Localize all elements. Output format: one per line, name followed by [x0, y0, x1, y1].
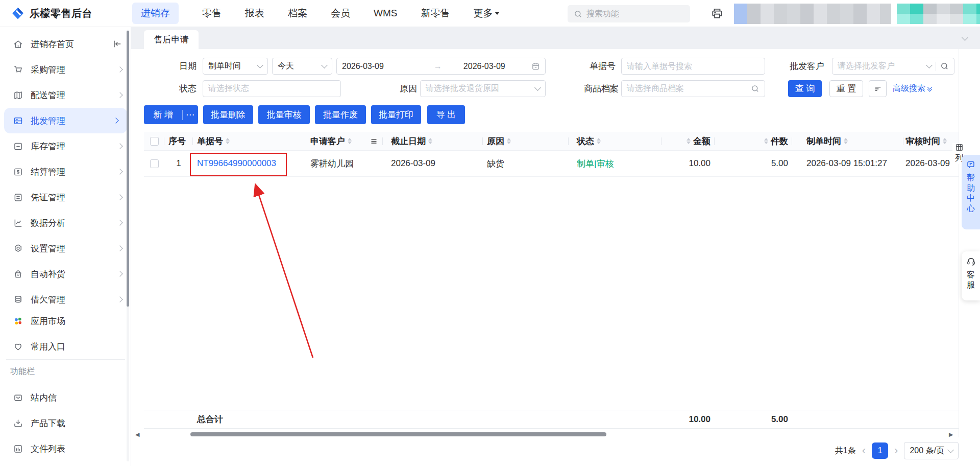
col-audit-time[interactable]: 审核时间: [903, 132, 959, 150]
select-all-checkbox[interactable]: [150, 137, 159, 146]
status-select[interactable]: 请选择状态: [203, 80, 341, 97]
sidebar-item-wholesale[interactable]: 批发管理: [4, 108, 127, 133]
wholesale-icon: [13, 115, 23, 126]
scrollbar-thumb[interactable]: [190, 432, 606, 436]
product-select[interactable]: 请选择商品档案: [621, 80, 765, 97]
sidebar-item-purchase[interactable]: 采购管理: [0, 57, 131, 82]
chevron-down-icon: [962, 34, 968, 41]
nav-item-member[interactable]: 会员: [331, 7, 350, 20]
app-logo[interactable]: 乐檬零售后台: [0, 7, 120, 20]
sort-icon: [348, 138, 352, 144]
batch-print-button[interactable]: 批量打印: [371, 105, 421, 124]
col-customer[interactable]: 申请客户: [306, 132, 383, 150]
saved-filters-button[interactable]: [869, 80, 887, 97]
scroll-left-arrow[interactable]: ◀: [135, 431, 139, 438]
sidebar-scrollbar-thumb[interactable]: [127, 31, 129, 307]
doc-no-input[interactable]: [621, 58, 765, 75]
sidebar-item-settlement[interactable]: 结算管理: [0, 159, 131, 184]
sidebar-item-settings[interactable]: 设置管理: [0, 236, 131, 261]
function-search-input[interactable]: 搜索功能: [568, 5, 690, 22]
horizontal-scrollbar[interactable]: ◀ ▶: [131, 431, 980, 437]
next-page-button[interactable]: ›: [894, 445, 898, 456]
col-reason[interactable]: 原因: [483, 132, 569, 150]
sidebar-item-product-download[interactable]: 产品下载: [0, 410, 131, 436]
nav-item-more[interactable]: 更多: [473, 7, 500, 20]
chevron-right-icon: [117, 194, 122, 200]
page-size-select[interactable]: 200 条/页: [904, 442, 959, 459]
date-to-value[interactable]: 2026-03-09: [463, 62, 505, 71]
col-amount[interactable]: 金额: [662, 132, 715, 150]
main-content: 售后申请 日期 制单时间 今天 2026-03-09 → 2026-03-09 …: [131, 27, 980, 466]
export-button[interactable]: 导 出: [427, 105, 465, 124]
logo-icon: [11, 7, 24, 20]
doc-no-input-field[interactable]: [627, 62, 760, 71]
current-page-button[interactable]: 1: [872, 442, 888, 459]
col-doc-no[interactable]: 单据号: [193, 132, 306, 150]
sidebar-item-inventory[interactable]: 库存管理: [0, 133, 131, 159]
nav-item-report[interactable]: 报表: [245, 7, 264, 20]
search-icon[interactable]: [940, 62, 949, 71]
col-created-time[interactable]: 制单时间: [792, 132, 903, 150]
dollar-doc-icon: [13, 167, 23, 177]
tab-after-sale-request[interactable]: 售后申请: [144, 30, 199, 49]
sort-icon: [844, 138, 848, 144]
chevron-right-icon: [113, 118, 118, 123]
nav-item-archive[interactable]: 档案: [288, 7, 307, 20]
sidebar-item-delivery[interactable]: 配送管理: [0, 82, 131, 108]
sidebar-divider: [6, 359, 125, 360]
sidebar-item-messages[interactable]: 站内信: [0, 385, 131, 410]
batch-delete-button[interactable]: 批量删除: [203, 105, 253, 124]
batch-void-button[interactable]: 批量作废: [315, 105, 366, 124]
collapse-sidebar-icon[interactable]: [112, 39, 122, 49]
nav-item-purchase-sale-stock[interactable]: 进销存: [132, 3, 179, 24]
grid-icon: [955, 143, 964, 152]
add-button[interactable]: 新 增: [144, 109, 182, 121]
batch-audit-button[interactable]: 批量审核: [258, 105, 310, 124]
chart-line-icon: [13, 218, 23, 228]
row-checkbox[interactable]: [150, 159, 159, 168]
reset-button[interactable]: 重 置: [829, 80, 863, 97]
sidebar-item-home[interactable]: 进销存首页: [0, 31, 131, 57]
map-icon: [13, 90, 23, 101]
prev-page-button[interactable]: ‹: [862, 445, 866, 456]
header-checkbox-cell: [144, 132, 164, 150]
nav-item-new-retail[interactable]: 新零售: [421, 7, 450, 20]
cell-created-time: 2026-03-09 15:01:27: [792, 151, 903, 176]
download-icon: [13, 418, 23, 429]
reason-select[interactable]: 请选择批发退货原因: [420, 80, 546, 97]
date-preset-select[interactable]: 今天: [272, 58, 332, 75]
add-button-group[interactable]: 新 增 ⋯: [144, 105, 198, 124]
customer-service-widget[interactable]: 客服: [962, 251, 980, 300]
customer-select[interactable]: 请选择批发客户: [832, 58, 954, 75]
gear-icon: [13, 243, 23, 254]
collapse-panel-button[interactable]: [957, 31, 972, 45]
sidebar-item-auto-replenish[interactable]: 自动补货: [0, 261, 131, 287]
sort-icon: [428, 138, 432, 144]
nav-item-wms[interactable]: WMS: [374, 8, 397, 19]
col-status[interactable]: 状态: [569, 132, 662, 150]
advanced-search-link[interactable]: 高级搜索: [893, 80, 932, 97]
sidebar-item-voucher[interactable]: 凭证管理: [0, 184, 131, 210]
total-qty: 5.00: [715, 410, 792, 428]
col-qty[interactable]: 件数: [715, 132, 792, 150]
nav-item-retail[interactable]: 零售: [202, 7, 222, 20]
column-menu-icon[interactable]: [370, 137, 378, 145]
sidebar-item-app-market[interactable]: 应用市场: [0, 308, 131, 334]
doc-no-filter-label: 单据号: [565, 58, 616, 75]
printer-icon[interactable]: [710, 7, 724, 20]
add-more-button[interactable]: ⋯: [183, 109, 198, 120]
sort-icon: [507, 138, 511, 144]
sidebar-item-file-list[interactable]: 文件列表: [0, 436, 131, 461]
search-button[interactable]: 查 询: [788, 80, 822, 97]
sidebar-item-favorites[interactable]: 常用入口: [0, 334, 131, 359]
date-type-select[interactable]: 制单时间: [203, 58, 268, 75]
pagination-total: 共1条: [835, 446, 856, 456]
status-action-links[interactable]: 制单|审核: [577, 158, 614, 170]
cell-customer: 雾耕幼儿园: [306, 151, 383, 176]
help-center-widget[interactable]: 帮助中心: [962, 155, 980, 229]
scroll-right-arrow[interactable]: ▶: [949, 431, 953, 438]
sidebar-item-analytics[interactable]: 数据分析: [0, 210, 131, 236]
date-range-picker[interactable]: 2026-03-09 → 2026-03-09: [336, 58, 546, 75]
date-from-value[interactable]: 2026-03-09: [342, 62, 384, 71]
col-deadline[interactable]: 截止日期: [383, 132, 483, 150]
